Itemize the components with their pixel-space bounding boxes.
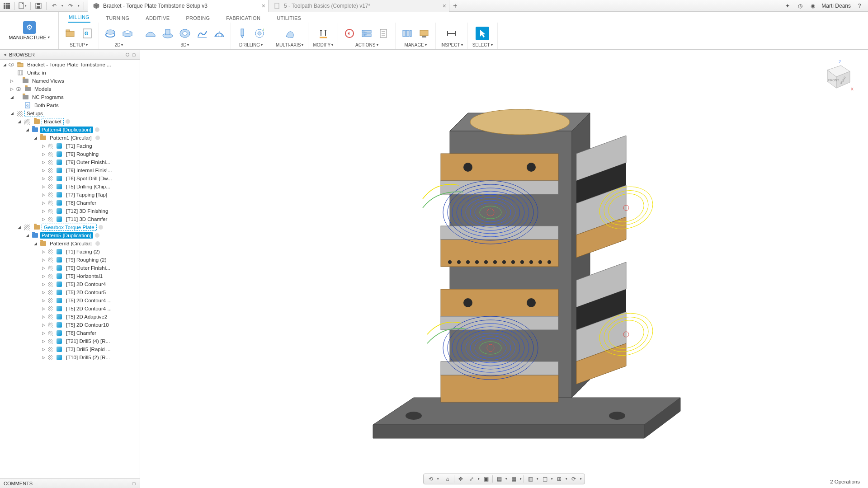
multiaxis-icon[interactable]	[283, 27, 297, 40]
tree-named-views[interactable]: ▷Named Views	[0, 77, 140, 85]
grid-icon[interactable]: ▥	[526, 475, 535, 483]
nc-program-icon[interactable]: G	[80, 27, 94, 40]
tree-both-parts[interactable]: GBoth Parts	[0, 101, 140, 109]
tree-operation[interactable]: ▷[T5] 2D Adaptive2	[0, 313, 140, 321]
tree-operation[interactable]: ▷[T9] Roughing	[0, 150, 140, 158]
apps-icon[interactable]	[2, 1, 12, 11]
doc-tab-inactive[interactable]: 5 - Toolpath Basics (Complete) v17* ×	[269, 0, 449, 12]
tree-operation[interactable]: ▷[T10] Drill5 (2) [R...	[0, 353, 140, 361]
undo-dropdown-icon[interactable]: ▾	[60, 1, 65, 11]
tree-setups[interactable]: ◢Setups	[0, 109, 140, 117]
new-tab-button[interactable]: +	[449, 0, 461, 12]
tree-operation[interactable]: ▷[T5] 2D Contour4 ...	[0, 296, 140, 305]
refresh-icon[interactable]: ⟳	[569, 475, 578, 483]
hole-recognition-icon[interactable]: +	[253, 27, 266, 40]
tab-turning[interactable]: TURNING	[105, 14, 130, 23]
extensions-icon[interactable]: ✦	[783, 2, 792, 10]
panel-settings-icon[interactable]	[126, 53, 129, 56]
panel-close-icon[interactable]: ▢	[132, 52, 136, 57]
tree-operation[interactable]: ▷[T12] 3D Finishing	[0, 207, 140, 215]
select-icon[interactable]	[476, 27, 489, 40]
comments-header[interactable]: COMMENTS ▢	[0, 478, 140, 488]
tree-operation[interactable]: ▷[T9] Roughing (2)	[0, 256, 140, 264]
collapse-icon[interactable]: ◂	[4, 52, 6, 57]
close-icon[interactable]: ×	[262, 2, 265, 9]
tab-utilities[interactable]: UTILITIES	[276, 14, 302, 23]
help-icon[interactable]: ?	[855, 2, 863, 10]
tree-bracket-setup[interactable]: ◢Bracket	[0, 117, 140, 126]
tree-operation[interactable]: ▷[T9] Internal Finis!...	[0, 166, 140, 174]
redo-dropdown-icon[interactable]: ▾	[76, 1, 81, 11]
tree-operation[interactable]: ▷[T8] Chamfer	[0, 329, 140, 337]
user-name[interactable]: Marti Deans	[821, 3, 851, 9]
measure-icon[interactable]	[445, 27, 458, 40]
setup-folder-icon[interactable]	[63, 27, 77, 40]
undo-icon[interactable]: ↶	[49, 1, 59, 11]
workspace-switcher[interactable]: ⚙ MANUFACTURE▾	[0, 12, 59, 49]
pan-icon[interactable]: ✥	[456, 475, 465, 483]
simulate-icon[interactable]: G1G2	[360, 27, 373, 40]
file-menu-icon[interactable]: ▾	[18, 1, 28, 11]
modify-icon[interactable]	[316, 27, 330, 40]
tree-operation[interactable]: ▷[T21] Drill5 (4) [R...	[0, 337, 140, 345]
2d-op2-icon[interactable]	[121, 27, 134, 40]
tab-milling[interactable]: MILLING	[68, 13, 90, 23]
tool-library-icon[interactable]	[400, 27, 414, 40]
save-icon[interactable]	[33, 1, 43, 11]
tab-additive[interactable]: ADDITIVE	[145, 14, 170, 23]
3d-op2-icon[interactable]	[161, 27, 175, 40]
tree-operation[interactable]: ▷[T5] 2D Contour4 ...	[0, 305, 140, 313]
tree-operation[interactable]: ▷[T8] Chamfer	[0, 199, 140, 207]
drill-icon[interactable]	[236, 27, 249, 40]
job-status-icon[interactable]: ◉	[809, 2, 817, 10]
3d-op4-icon[interactable]	[195, 27, 209, 40]
panel-close-icon[interactable]: ▢	[132, 481, 136, 486]
tree-operation[interactable]: ▷[T1] Facing	[0, 142, 140, 150]
tree-root[interactable]: ◢Bracket - Torque Plate Tombstone ...	[0, 61, 140, 69]
tree-pattern1[interactable]: ◢Pattern1 [Circular]	[0, 134, 140, 142]
tree-operation[interactable]: ▷[T5] Drilling [Chip...	[0, 183, 140, 191]
tree-operation[interactable]: ▷[T7] Tapping [Tap]	[0, 191, 140, 199]
lookat-icon[interactable]: ⌂	[443, 475, 452, 483]
tree-operation[interactable]: ▷[T11] 3D Chamfer	[0, 215, 140, 223]
redo-icon[interactable]: ↷	[66, 1, 75, 11]
tree-units[interactable]: Units: in	[0, 69, 140, 77]
generate-icon[interactable]	[343, 27, 356, 40]
orbit-icon[interactable]: ⟲	[426, 475, 435, 483]
tree-models[interactable]: ▷Models	[0, 85, 140, 93]
3d-op5-icon[interactable]	[212, 27, 226, 40]
display-icon[interactable]: ▤	[495, 475, 504, 483]
postprocess-icon[interactable]	[377, 27, 391, 40]
tree-operation[interactable]: ▷[T1] Facing (2)	[0, 248, 140, 256]
browser-header[interactable]: ◂ BROWSER ▢	[0, 50, 140, 60]
browser-tree[interactable]: ◢Bracket - Torque Plate Tombstone ... Un…	[0, 60, 140, 478]
3d-op1-icon[interactable]	[144, 27, 157, 40]
tree-operation[interactable]: ▷[T5] 2D Contour4	[0, 280, 140, 288]
tab-probing[interactable]: PROBING	[185, 14, 211, 23]
tree-operation[interactable]: ▷[T6] Spot Drill [Dw...	[0, 174, 140, 183]
close-icon[interactable]: ×	[443, 2, 446, 9]
zoom-icon[interactable]: ⤢	[467, 475, 476, 483]
tree-operation[interactable]: ▷[T9] Outer Finishi...	[0, 158, 140, 166]
visual-style-icon[interactable]: ▦	[509, 475, 518, 483]
view-cube[interactable]: Z FRONT RIGHT X	[818, 59, 854, 95]
viewports-icon[interactable]: ⊞	[555, 475, 564, 483]
doc-tab-active[interactable]: Bracket - Torque Plate Tombstone Setup v…	[88, 0, 269, 12]
tab-fabrication[interactable]: FABRICATION	[225, 14, 261, 23]
tree-nc-programs[interactable]: ◢NC Programs	[0, 93, 140, 101]
tree-pattern3[interactable]: ◢Pattern3 [Circular]	[0, 239, 140, 248]
machine-library-icon[interactable]	[417, 27, 431, 40]
3d-op3-icon[interactable]	[178, 27, 192, 40]
tree-operation[interactable]: ▷[T5] 2D Contour10	[0, 321, 140, 329]
notifications-icon[interactable]: ◷	[796, 2, 804, 10]
tree-operation[interactable]: ▷[T9] Outer Finishi...	[0, 264, 140, 272]
3d-viewport[interactable]: Z FRONT RIGHT X ⟲▾ ⌂ ✥ ⤢▾ ▣ ▤▾ ▦▾ ▥▾ ◫▾	[140, 50, 868, 488]
tree-operation[interactable]: ▷[T5] Horizontal1	[0, 272, 140, 280]
tree-pattern4[interactable]: ◢Pattern4 [Duplication]	[0, 126, 140, 134]
tree-gearbox-setup[interactable]: ◢Gearbox Torque Plate	[0, 223, 140, 231]
snap-icon[interactable]: ◫	[540, 475, 549, 483]
tree-operation[interactable]: ▷[T3] Drill5 [Rapid ...	[0, 345, 140, 353]
tree-pattern5[interactable]: ◢Pattern5 [Duplication]	[0, 231, 140, 239]
fit-icon[interactable]: ▣	[481, 475, 491, 483]
2d-op1-icon[interactable]	[104, 27, 117, 40]
